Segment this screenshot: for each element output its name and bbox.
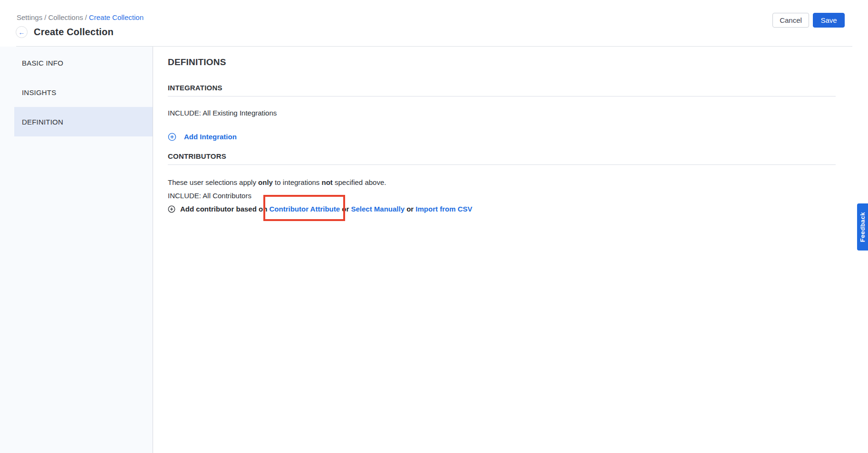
add-integration-label: Add Integration [184, 133, 237, 141]
title-row: ← Create Collection [16, 26, 114, 38]
sidebar: BASIC INFO INSIGHTS DEFINITION [0, 47, 153, 453]
contributor-attribute-highlight: Contributor Attribute [270, 205, 340, 213]
note-text: These user selections apply [168, 178, 258, 186]
sidebar-item-insights[interactable]: INSIGHTS [14, 77, 153, 107]
plus-circle-icon [168, 205, 175, 213]
sidebar-item-basic-info[interactable]: BASIC INFO [14, 48, 153, 77]
add-contributor-text: Add contributor based on Contributor Att… [180, 205, 473, 213]
breadcrumb-separator: / [83, 13, 89, 21]
back-button[interactable]: ← [16, 26, 28, 38]
or-separator: or [340, 205, 351, 213]
breadcrumb: Settings/Collections/Create Collection [17, 13, 144, 21]
add-integration-button[interactable]: Add Integration [168, 133, 836, 141]
add-contributor-prefix: Add contributor based on [180, 205, 270, 213]
cancel-button[interactable]: Cancel [772, 13, 809, 28]
feedback-tab[interactable]: Feedback [857, 203, 868, 251]
feedback-tab-label: Feedback [859, 212, 866, 242]
contributors-note: These user selections apply only to inte… [168, 178, 836, 187]
breadcrumb-current[interactable]: Create Collection [89, 13, 144, 21]
page-header: Settings/Collections/Create Collection ←… [0, 0, 868, 47]
integrations-divider [168, 96, 836, 96]
page-title: Create Collection [34, 27, 114, 38]
save-button[interactable]: Save [813, 13, 845, 28]
main-content: DEFINITIONS INTEGRATIONS INCLUDE: All Ex… [153, 47, 868, 453]
select-manually-link[interactable]: Select Manually [351, 205, 405, 213]
contributor-attribute-link[interactable]: Contributor Attribute [270, 205, 340, 213]
sidebar-item-definition[interactable]: DEFINITION [14, 107, 153, 136]
or-separator: or [405, 205, 415, 213]
contributors-include-line: INCLUDE: All Contributors [168, 192, 836, 200]
page-body: BASIC INFO INSIGHTS DEFINITION DEFINITIO… [0, 47, 868, 453]
note-bold-not: not [322, 178, 333, 186]
integrations-include-line: INCLUDE: All Existing Integrations [168, 109, 836, 117]
note-text: to integrations [273, 178, 322, 186]
contributors-divider [168, 164, 836, 165]
note-text: specified above. [333, 178, 386, 186]
add-contributor-row: Add contributor based on Contributor Att… [168, 205, 836, 213]
breadcrumb-collections[interactable]: Collections [48, 13, 83, 21]
breadcrumb-settings[interactable]: Settings [17, 13, 42, 21]
note-bold-only: only [258, 178, 273, 186]
import-from-csv-link[interactable]: Import from CSV [415, 205, 472, 213]
header-actions: Cancel Save [772, 13, 845, 28]
back-arrow-icon: ← [19, 29, 25, 36]
breadcrumb-separator: / [42, 13, 48, 21]
contributors-section-label: CONTRIBUTORS [168, 152, 836, 161]
integrations-section-label: INTEGRATIONS [168, 83, 836, 93]
plus-circle-icon [168, 133, 176, 141]
definitions-heading: DEFINITIONS [168, 57, 836, 67]
